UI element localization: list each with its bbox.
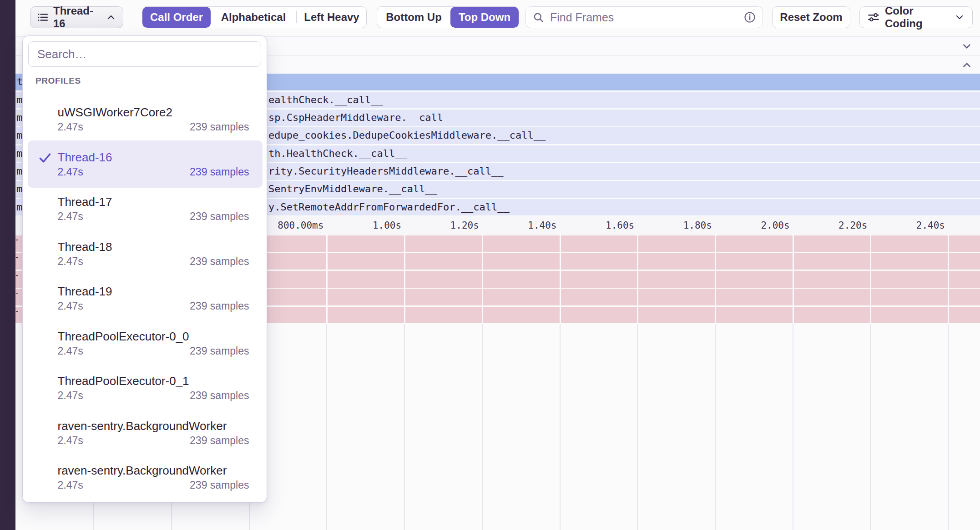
frame-label: edupe_cookies.DedupeCookiesMiddleware.__… bbox=[268, 127, 546, 144]
profile-item[interactable]: raven-sentry.BackgroundWorker 2.47s 239 … bbox=[28, 409, 263, 456]
dropdown-search-box bbox=[28, 41, 261, 67]
tab-bottom-up[interactable]: Bottom Up bbox=[377, 7, 450, 28]
frame-label: SentryEnvMiddleware.__call__ bbox=[268, 181, 437, 198]
time-tick-label: 1.20s bbox=[450, 216, 479, 235]
frame-label-prefix: m bbox=[16, 92, 22, 109]
profile-item-samples: 239 samples bbox=[190, 478, 249, 492]
frame-label: ealthCheck.__call__ bbox=[268, 92, 383, 109]
frame-label-prefix: m bbox=[16, 199, 22, 216]
profiles-dropdown: PROFILES uWSGIWorker7Core2 2.47s 239 sam… bbox=[22, 35, 267, 503]
profile-item[interactable]: Thread-18 2.47s 239 samples bbox=[28, 230, 263, 277]
left-rail bbox=[0, 0, 15, 530]
chevron-up-icon bbox=[106, 12, 116, 23]
frame-label: th.HealthCheck.__call__ bbox=[268, 145, 407, 162]
tab-alphabetical-label: Alphabetical bbox=[221, 11, 286, 24]
tab-bottom-up-label: Bottom Up bbox=[386, 11, 442, 24]
info-icon[interactable] bbox=[743, 11, 756, 24]
tab-alphabetical[interactable]: Alphabetical bbox=[211, 7, 296, 28]
chevron-down-icon bbox=[954, 12, 965, 23]
checkmark-icon bbox=[38, 150, 52, 165]
search-icon bbox=[532, 11, 545, 24]
gridline bbox=[560, 235, 561, 324]
profile-item-samples: 239 samples bbox=[190, 434, 249, 447]
time-tick-label: 1.40s bbox=[528, 216, 556, 235]
tab-call-order[interactable]: Call Order bbox=[142, 7, 211, 28]
gridline bbox=[793, 235, 794, 324]
profile-item-duration: 2.47s bbox=[58, 389, 83, 402]
tab-top-down-label: Top Down bbox=[459, 11, 510, 24]
profile-item-name: Thread-19 bbox=[58, 284, 112, 299]
profile-item-duration: 2.47s bbox=[58, 210, 83, 223]
gridline bbox=[637, 235, 638, 324]
profile-item-name: raven-sentry.BackgroundWorker bbox=[58, 463, 227, 478]
profile-item-duration: 2.47s bbox=[58, 344, 83, 358]
direction-tabs: Bottom Up Top Down bbox=[377, 6, 519, 28]
color-coding-button[interactable]: Color Coding bbox=[859, 6, 973, 28]
tab-top-down[interactable]: Top Down bbox=[450, 7, 519, 28]
profile-item[interactable]: ThreadPoolExecutor-0_0 2.47s 239 samples bbox=[28, 320, 263, 367]
profile-item-name: ThreadPoolExecutor-0_1 bbox=[58, 373, 189, 389]
profile-item-duration: 2.47s bbox=[58, 434, 83, 447]
frame-label-prefix: m bbox=[16, 127, 22, 144]
gridline bbox=[715, 235, 716, 324]
tab-call-order-label: Call Order bbox=[150, 11, 203, 24]
frame-label: y.SetRemoteAddrFromForwardedFor.__call__ bbox=[268, 199, 510, 216]
profile-item-samples: 239 samples bbox=[190, 344, 249, 358]
profile-item[interactable]: Thread-17 2.47s 239 samples bbox=[28, 185, 263, 232]
reset-zoom-button[interactable]: Reset Zoom bbox=[772, 6, 850, 28]
profile-item-samples: 239 samples bbox=[190, 255, 249, 268]
profile-item-samples: 239 samples bbox=[190, 120, 249, 134]
profile-item-name: Thread-18 bbox=[58, 239, 112, 255]
profiles-section-label: PROFILES bbox=[35, 76, 81, 86]
profile-item-duration: 2.47s bbox=[58, 478, 83, 492]
list-icon bbox=[37, 11, 49, 23]
time-tick-label: 2.20s bbox=[839, 216, 867, 235]
frame-label-prefix: m bbox=[16, 163, 22, 180]
time-tick-label: 1.60s bbox=[606, 216, 634, 235]
gridline bbox=[326, 235, 328, 324]
profile-item[interactable]: uWSGIWorker7Core2 2.47s 239 samples bbox=[28, 95, 263, 143]
profile-item-name: uWSGIWorker7Core2 bbox=[58, 105, 172, 120]
gridline bbox=[948, 235, 949, 324]
frame-label-prefix: m bbox=[16, 145, 22, 162]
color-coding-label: Color Coding bbox=[885, 5, 949, 30]
gridline bbox=[404, 235, 405, 324]
time-tick-label: 1.00s bbox=[373, 216, 401, 235]
thread-selector-label: Thread-16 bbox=[53, 5, 101, 30]
reset-zoom-label: Reset Zoom bbox=[780, 11, 842, 24]
profile-item-samples: 239 samples bbox=[190, 389, 249, 402]
profile-item-duration: 2.47s bbox=[58, 120, 83, 134]
profile-item-duration: 2.47s bbox=[58, 255, 83, 268]
profile-item-samples: 239 samples bbox=[190, 210, 249, 223]
time-tick-label: 2.40s bbox=[916, 216, 945, 235]
order-tabs: Call Order Alphabetical Left Heavy bbox=[142, 6, 367, 28]
frame-label-prefix: m bbox=[16, 181, 22, 198]
find-frames-input[interactable] bbox=[549, 10, 739, 25]
profile-item-duration: 2.47s bbox=[58, 299, 83, 313]
profile-item-name: ThreadPoolExecutor-0_0 bbox=[58, 329, 189, 344]
profile-item[interactable]: Thread-16 2.47s 239 samples bbox=[28, 140, 263, 188]
time-tick-label: 2.00s bbox=[761, 216, 789, 235]
sliders-icon bbox=[867, 11, 880, 24]
frame-label-prefix: m bbox=[16, 110, 22, 126]
profile-item-samples: 239 samples bbox=[190, 299, 249, 313]
profile-item[interactable]: Thread-19 2.47s 239 samples bbox=[28, 275, 263, 322]
tab-left-heavy[interactable]: Left Heavy bbox=[297, 7, 366, 28]
gridline bbox=[870, 235, 871, 324]
profile-item-samples: 239 samples bbox=[190, 165, 249, 179]
profiler-app: Thread-16 Call Order Alphabetical Left H… bbox=[0, 0, 980, 530]
profile-item[interactable]: raven-sentry.BackgroundWorker 2.47s 239 … bbox=[28, 454, 263, 501]
thread-selector-button[interactable]: Thread-16 bbox=[30, 6, 123, 28]
dropdown-search-input[interactable] bbox=[36, 47, 253, 62]
profile-item-name: Thread-16 bbox=[58, 150, 112, 165]
profile-item-name: raven-sentry.BackgroundWorker bbox=[58, 418, 227, 434]
frame-label: sp.CspHeaderMiddleware.__call__ bbox=[268, 110, 455, 126]
profile-item[interactable]: ThreadPoolExecutor-0_1 2.47s 239 samples bbox=[28, 364, 263, 411]
gridline bbox=[482, 235, 483, 324]
profile-item-name: Thread-17 bbox=[58, 194, 112, 210]
time-tick-label: 1.80s bbox=[683, 216, 712, 235]
tab-left-heavy-label: Left Heavy bbox=[304, 11, 359, 24]
find-frames-box bbox=[525, 6, 763, 28]
profile-item-duration: 2.47s bbox=[58, 165, 83, 179]
time-tick-label: 800.00ms bbox=[278, 216, 323, 235]
